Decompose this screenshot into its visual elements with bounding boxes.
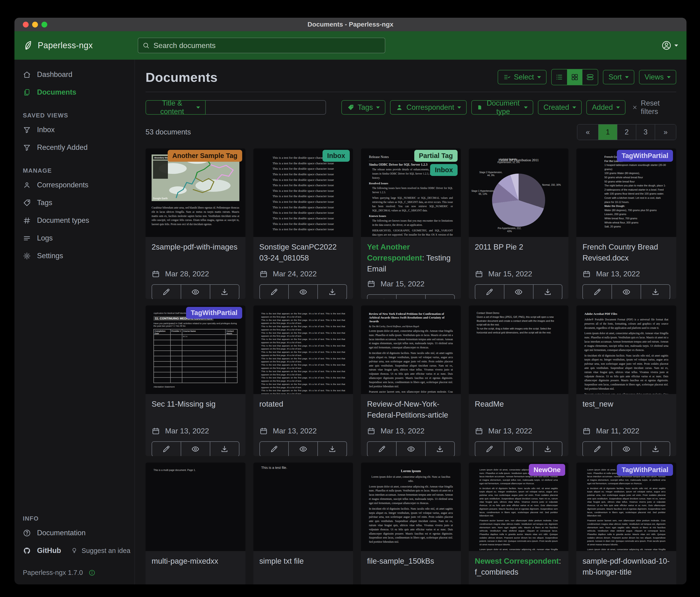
download-document-button[interactable] (533, 285, 562, 299)
pagination-page-1[interactable]: 1 (598, 124, 617, 140)
edit-document-button[interactable] (152, 442, 181, 456)
select-button[interactable]: Select (498, 70, 547, 85)
filter-document-type-button[interactable]: Document type (471, 100, 533, 115)
view-document-button[interactable] (504, 285, 533, 299)
minimize-window-button[interactable] (32, 22, 38, 27)
filter-query-input[interactable] (206, 100, 326, 115)
filter-correspondent-button[interactable]: Correspondent (390, 100, 467, 115)
tag-badge[interactable]: NewOne (529, 464, 565, 476)
filter-created-button[interactable]: Created (538, 100, 582, 115)
sidebar-item-correspondents[interactable]: Correspondents (15, 176, 134, 194)
view-document-button[interactable] (611, 442, 641, 456)
info-circle-icon[interactable] (89, 569, 96, 576)
edit-document-button[interactable] (368, 295, 396, 299)
pagination-page-2[interactable]: 2 (617, 124, 636, 140)
download-document-button[interactable] (641, 285, 670, 299)
view-mode-grid-button[interactable] (567, 69, 582, 85)
edit-document-button[interactable] (583, 285, 611, 299)
views-button[interactable]: Views (639, 70, 676, 85)
tag-badge[interactable]: TagWithPartial (617, 150, 673, 162)
view-document-button[interactable] (504, 442, 533, 456)
document-card[interactable]: Another Sample Tag Boundary Waters Trip … (146, 148, 246, 299)
document-card[interactable]: Review of New York Federal Petitions for… (361, 306, 461, 456)
document-thumbnail[interactable]: Contact Sheet Demo Given a set of image … (469, 306, 569, 394)
document-thumbnail[interactable]: French Country Bread For the Leaven1 hea… (576, 148, 676, 237)
pagination-prev-button[interactable]: « (577, 124, 598, 140)
correspondent-link[interactable]: Newest Correspondent (475, 557, 559, 565)
document-card[interactable]: This is a test file. simple txt file (253, 462, 353, 584)
tag-badge[interactable]: Another Sample Tag (168, 150, 242, 162)
sidebar-item-recently-added[interactable]: Recently Added (15, 139, 134, 157)
sidebar-item-documents[interactable]: Documents (15, 83, 134, 101)
view-document-button[interactable] (181, 285, 210, 299)
document-card[interactable]: Inbox This is a test for the double spac… (253, 148, 353, 299)
view-document-button[interactable] (288, 442, 317, 456)
document-thumbnail[interactable]: Boundary Waters Trip Google Earth Curabi… (146, 148, 246, 237)
filter-tags-button[interactable]: Tags (341, 100, 385, 115)
filter-added-button[interactable]: Added (586, 100, 625, 115)
search-input[interactable] (153, 41, 381, 50)
document-thumbnail[interactable]: This is a multi page document. Page 1. (146, 462, 246, 551)
tag-badge[interactable]: Inbox (323, 150, 350, 162)
document-thumbnail[interactable]: This is a test for the double space char… (253, 148, 353, 237)
document-thumbnail[interactable]: Application for Medical Staff Members — … (146, 306, 246, 394)
document-thumbnail[interactable]: This is the text that appears on the fir… (253, 306, 353, 394)
user-menu[interactable] (661, 40, 678, 51)
tag-badge[interactable]: TagWithPartial (186, 307, 242, 319)
download-document-button[interactable] (425, 442, 454, 456)
document-thumbnail[interactable]: Lorem ipsum dolor sit amet, consectetur … (576, 462, 676, 551)
document-card[interactable]: TagWithPartial Application for Medical S… (146, 306, 246, 456)
view-document-button[interactable] (611, 285, 641, 299)
document-thumbnail[interactable]: Lorem ipsum dolor sit amet, consectetur … (469, 462, 569, 551)
correspondent-link[interactable]: Yet Another Correspondent (367, 243, 422, 262)
download-document-button[interactable] (641, 442, 670, 456)
document-card[interactable]: Partial TagInbox Release NotesSimba ODBC… (361, 148, 461, 299)
document-thumbnail[interactable]: Lorem ipsum Lorem ipsum dolor sit amet, … (361, 462, 461, 551)
edit-document-button[interactable] (152, 285, 181, 299)
sidebar-item-logs[interactable]: Logs (15, 229, 134, 247)
view-mode-cards-button[interactable] (582, 69, 598, 85)
filter-field-button[interactable]: Title & content (146, 100, 206, 115)
document-thumbnail[interactable]: This is a test file. (253, 462, 353, 551)
brand[interactable]: Paperless-ngx (23, 40, 138, 51)
view-document-button[interactable] (181, 442, 210, 456)
tag-badge[interactable]: TagWithPartial (617, 464, 673, 476)
sidebar-item-documentation[interactable]: Documentation (15, 524, 134, 542)
document-card[interactable]: This is a multi page document. Page 1. m… (146, 462, 246, 584)
tag-badge[interactable]: Inbox (430, 164, 457, 176)
document-card[interactable]: TagWithPartial French Country Bread For … (576, 148, 676, 299)
sidebar-item-dashboard[interactable]: Dashboard (15, 66, 134, 83)
sidebar-item-tags[interactable]: Tags (15, 194, 134, 212)
document-card[interactable]: Contact Sheet Demo Given a set of image … (469, 306, 569, 456)
close-window-button[interactable] (23, 22, 29, 27)
edit-document-button[interactable] (475, 285, 504, 299)
download-document-button[interactable] (210, 442, 239, 456)
edit-document-button[interactable] (475, 442, 504, 456)
tag-badge[interactable]: Partial Tag (414, 150, 457, 162)
pagination-next-button[interactable]: » (655, 124, 676, 140)
document-card[interactable]: Patient BP Distribution 2011 Normal, 150… (469, 148, 569, 299)
edit-document-button[interactable] (368, 442, 396, 456)
document-thumbnail[interactable]: Patient BP Distribution 2011 Normal, 150… (469, 148, 569, 237)
document-thumbnail[interactable]: Review of New York Federal Petitions for… (361, 306, 461, 394)
pagination-page-3[interactable]: 3 (636, 124, 655, 140)
edit-document-button[interactable] (583, 442, 611, 456)
zoom-window-button[interactable] (42, 22, 47, 27)
download-document-button[interactable] (425, 295, 454, 299)
download-document-button[interactable] (317, 285, 347, 299)
view-document-button[interactable] (396, 442, 425, 456)
reset-filters-button[interactable]: Reset filters (632, 99, 676, 116)
sort-button[interactable]: Sort (603, 70, 634, 85)
suggest-idea-link[interactable]: Suggest an idea (71, 542, 130, 559)
download-document-button[interactable] (210, 285, 239, 299)
document-card[interactable]: This is the text that appears on the fir… (253, 306, 353, 456)
sidebar-item-settings[interactable]: Settings (15, 247, 134, 265)
document-thumbnail[interactable]: Adobe Acrobat PDF Files Adobe® Portable … (576, 306, 676, 394)
view-document-button[interactable] (396, 295, 425, 299)
document-card[interactable]: NewOne Lorem ipsum dolor sit amet, conse… (469, 462, 569, 584)
document-card[interactable]: Adobe Acrobat PDF Files Adobe® Portable … (576, 306, 676, 456)
document-card[interactable]: Lorem ipsum Lorem ipsum dolor sit amet, … (361, 462, 461, 584)
view-document-button[interactable] (288, 285, 317, 299)
document-card[interactable]: TagWithPartial Lorem ipsum dolor sit ame… (576, 462, 676, 584)
sidebar-item-inbox[interactable]: Inbox (15, 121, 134, 139)
